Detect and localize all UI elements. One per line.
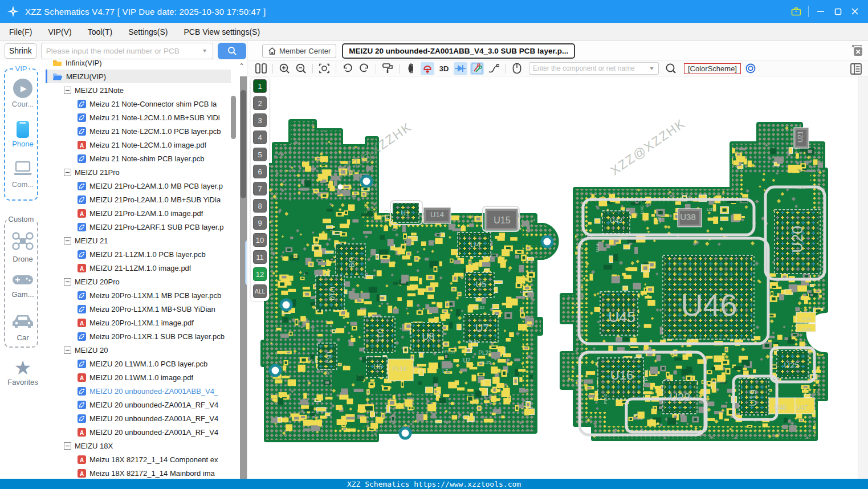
collapse-minus-icon[interactable] bbox=[64, 237, 71, 244]
collapse-minus-icon[interactable] bbox=[64, 347, 71, 354]
tree-item[interactable]: MEIZU 21Pro-L2AM.1.0 MB+SUB YiDia bbox=[46, 193, 231, 206]
layer-button-4[interactable]: 4 bbox=[253, 131, 267, 144]
layer-button-2[interactable]: 2 bbox=[253, 96, 267, 110]
sidebar-item-drone[interactable]: Drone bbox=[0, 231, 46, 263]
chevron-down-icon[interactable]: ▼ bbox=[649, 66, 655, 71]
diode-direction-icon[interactable] bbox=[454, 62, 467, 75]
tree-scroll-up-icon[interactable]: ⌃ bbox=[238, 63, 246, 71]
layer-button-9[interactable]: 9 bbox=[253, 216, 267, 230]
highlight-lamp-icon[interactable] bbox=[421, 62, 434, 75]
document-tab[interactable]: MEIZU 20 unbounded-ZA001ABB_V4_3.0 SUB P… bbox=[342, 43, 575, 59]
3d-view-icon[interactable]: 3D bbox=[437, 62, 451, 75]
tree-item[interactable]: AMeizu 18X 82172_1_14 Mainbord ima bbox=[46, 466, 231, 479]
rotate-ccw-icon[interactable] bbox=[341, 62, 354, 75]
layer-button-1[interactable]: 1 bbox=[253, 79, 267, 93]
tree-item[interactable]: Meizu 21 Note-Connector shim PCB la bbox=[46, 97, 231, 111]
layer-button-7[interactable]: 7 bbox=[253, 182, 267, 195]
curve-wire-icon[interactable] bbox=[487, 62, 500, 75]
mirror-flip-icon[interactable] bbox=[404, 62, 418, 75]
net-search-input[interactable]: Enter the component or net name ▼ bbox=[529, 62, 659, 75]
tree-item[interactable]: MEIZU 20 unbounded-ZA001A_RF_V4 bbox=[46, 411, 231, 425]
eye-view-icon[interactable] bbox=[744, 62, 757, 75]
net-search-icon[interactable] bbox=[664, 62, 678, 75]
tree-item[interactable]: AMEIZU 20 L1WM.1.0 image.pdf bbox=[46, 370, 231, 384]
member-center-button[interactable]: Member Center bbox=[262, 44, 336, 58]
sidebar-item-computer[interactable]: Com... bbox=[0, 161, 46, 189]
menu-item-settings-s[interactable]: Settings(S) bbox=[128, 27, 168, 36]
tree-group[interactable]: MEIZU 20Pro bbox=[46, 275, 231, 288]
tree-group[interactable]: MEIZU 21 bbox=[46, 234, 231, 247]
tree-item-label: MEIZU 20 unbounded-ZA001A_RF_V4 bbox=[89, 428, 218, 437]
collapse-minus-icon[interactable] bbox=[64, 442, 71, 450]
zoom-out-icon[interactable] bbox=[294, 62, 308, 75]
sidebar-item-game[interactable]: Gam... bbox=[0, 274, 46, 299]
tree-scrollbar-thumb[interactable] bbox=[231, 96, 236, 139]
tree-item[interactable]: MEIZU 21Pro-L2AM.1.0 MB PCB layer.p bbox=[46, 179, 231, 193]
layer-button-11[interactable]: 11 bbox=[253, 250, 267, 264]
tree-item[interactable]: MEIZU(VIP) bbox=[46, 70, 231, 83]
shrink-button[interactable]: Shrink bbox=[5, 43, 36, 59]
tree-item[interactable]: Meizu 21 Note-shim PCB layer.pcb bbox=[46, 152, 231, 165]
tree-group[interactable]: MEIZU 20 bbox=[46, 343, 231, 357]
layer-button-6[interactable]: 6 bbox=[253, 165, 267, 178]
tree-group[interactable]: MEIZU 18X bbox=[46, 439, 231, 453]
maximize-button[interactable] bbox=[829, 3, 846, 19]
fit-view-icon[interactable] bbox=[317, 62, 331, 75]
sidebar-item-course[interactable]: ▶ Cour... bbox=[0, 79, 46, 108]
sidebar-item-phone[interactable]: Phone bbox=[0, 121, 46, 148]
pcb-canvas[interactable]: U1U14U15FL7U9U4U5U10U11PL32U8U7PL31PL33P… bbox=[247, 76, 868, 479]
layer-button-all[interactable]: ALL bbox=[253, 284, 267, 298]
tree-item[interactable]: AMeizu 21 Note-L2CM.1.0 image.pdf bbox=[46, 138, 231, 152]
model-search-button[interactable] bbox=[218, 43, 246, 59]
tree-item[interactable]: AMEIZU 20 unbounded-ZA001A_RF_V4 bbox=[46, 425, 231, 439]
tree-item[interactable]: MEIZU 20 L1WM.1.0 PCB layer.pcb bbox=[46, 357, 231, 370]
model-search-input[interactable]: Please input the model number or PCB ▼ bbox=[41, 43, 213, 59]
pcb-viewport[interactable]: U1U14U15FL7U9U4U5U10U11PL32U8U7PL31PL33P… bbox=[247, 76, 868, 479]
layer-button-5[interactable]: 5 bbox=[253, 148, 267, 161]
panel-scrollbar-thumb[interactable] bbox=[241, 90, 246, 198]
layer-button-10[interactable]: 10 bbox=[253, 233, 267, 247]
collapse-minus-icon[interactable] bbox=[64, 278, 71, 286]
tree-item-label: Infinix(VIP) bbox=[66, 60, 102, 67]
layer-button-3[interactable]: 3 bbox=[253, 113, 267, 127]
close-button[interactable] bbox=[846, 3, 863, 19]
collapse-minus-icon[interactable] bbox=[64, 87, 71, 94]
layer-button-12[interactable]: 12 bbox=[253, 267, 267, 281]
layer-panel-toggle-icon[interactable] bbox=[850, 63, 862, 78]
close-tab-icon[interactable] bbox=[851, 45, 863, 59]
tree-item[interactable]: Meizu 20Pro-L1XR.1 SUB PCB layer.pcb bbox=[46, 329, 231, 343]
vip-briefcase-icon[interactable] bbox=[788, 3, 805, 19]
mouse-icon[interactable] bbox=[510, 62, 524, 75]
collapse-minus-icon[interactable] bbox=[64, 169, 71, 176]
tree-item[interactable]: Infinix(VIP) bbox=[46, 60, 231, 70]
tree-item[interactable]: Meizu 21 Note-L2CM.1.0 MB+SUB YiDi bbox=[46, 111, 231, 124]
menu-item-file-f[interactable]: File(F) bbox=[9, 27, 32, 36]
sidebar-item-car[interactable]: Car bbox=[0, 313, 46, 342]
colorscheme-button[interactable]: [ColorScheme] bbox=[684, 63, 741, 74]
rotate-cw-icon[interactable] bbox=[357, 62, 371, 75]
sidebar-item-favorites[interactable]: ★ Favorites bbox=[0, 359, 46, 386]
tree-group[interactable]: MEIZU 21Pro bbox=[46, 165, 231, 179]
tree-item[interactable]: AMEIZU 21-L1ZM.1.0 image.pdf bbox=[46, 261, 231, 275]
tree-item[interactable]: MEIZU 21Pro-L2ARF.1 SUB PCB layer.p bbox=[46, 220, 231, 234]
split-view-icon[interactable] bbox=[254, 62, 268, 75]
tree-item[interactable]: Meizu 20Pro-L1XM.1 MB+SUB YiDian bbox=[46, 302, 231, 316]
measure-probe-icon[interactable] bbox=[470, 62, 484, 75]
zoom-in-icon[interactable] bbox=[278, 62, 291, 75]
menu-item-vip-v[interactable]: VIP(V) bbox=[48, 27, 71, 36]
tree-item[interactable]: Meizu 20Pro-L1XM.1 MB PCB layer.pcb bbox=[46, 288, 231, 302]
tree-item[interactable]: Meizu 21 Note-L2CM.1.0 PCB layer.pcb bbox=[46, 124, 231, 138]
chevron-down-icon[interactable]: ▼ bbox=[202, 48, 208, 54]
menu-item-pcb-view-settings-s[interactable]: PCB View settings(S) bbox=[184, 27, 260, 36]
tree-item[interactable]: MEIZU 20 unbounded-ZA001A_RF_V4 bbox=[46, 398, 231, 411]
tree-item[interactable]: MEIZU 21-L1ZM.1.0 PCB layer.pcb bbox=[46, 247, 231, 261]
minimize-button[interactable] bbox=[812, 3, 829, 19]
tree-item[interactable]: MEIZU 20 unbounded-ZA001ABB_V4_ bbox=[46, 384, 231, 398]
tree-item[interactable]: AMeizu 20Pro-L1XM.1 image.pdf bbox=[46, 316, 231, 329]
paint-roller-icon[interactable] bbox=[381, 62, 394, 75]
menu-item-tool-t[interactable]: Tool(T) bbox=[88, 27, 113, 36]
tree-group[interactable]: MEIZU 21Note bbox=[46, 83, 231, 97]
tree-item[interactable]: AMEIZU 21Pro-L2AM.1.0 image.pdf bbox=[46, 206, 231, 220]
tree-item[interactable]: AMeizu 18X 82172_1_14 Component ex bbox=[46, 453, 231, 466]
layer-button-8[interactable]: 8 bbox=[253, 199, 267, 213]
